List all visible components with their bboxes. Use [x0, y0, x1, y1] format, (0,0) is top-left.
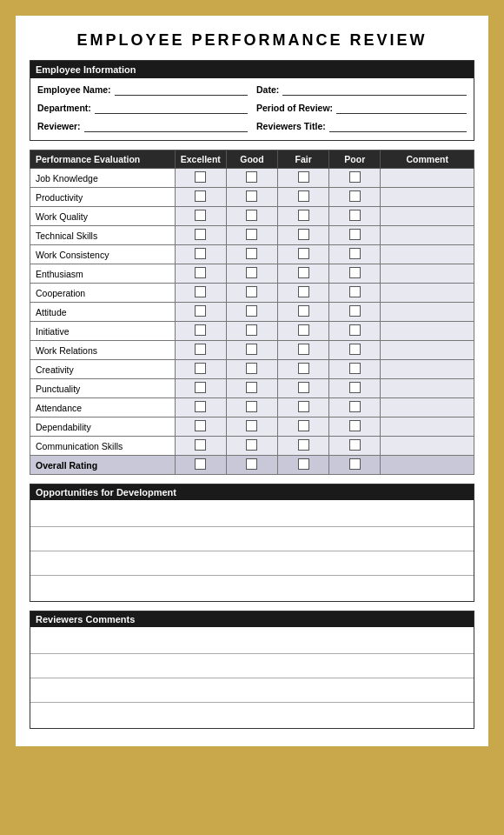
rating-cell-fair[interactable] — [278, 418, 329, 437]
comment-cell[interactable] — [381, 379, 474, 398]
comment-cell[interactable] — [381, 284, 474, 303]
rating-cell-poor[interactable] — [329, 169, 381, 188]
rating-cell-excellent[interactable] — [175, 341, 226, 360]
checkbox-good[interactable] — [246, 210, 257, 221]
checkbox-fair[interactable] — [298, 363, 309, 374]
checkbox-good[interactable] — [246, 248, 257, 259]
rating-cell-fair[interactable] — [278, 360, 329, 379]
rating-cell-poor[interactable] — [329, 418, 381, 437]
rating-cell-poor[interactable] — [329, 398, 381, 418]
checkbox-excellent[interactable] — [195, 420, 206, 431]
rating-cell-poor[interactable] — [329, 341, 381, 360]
checkbox-fair[interactable] — [298, 382, 309, 393]
checkbox-excellent[interactable] — [195, 190, 206, 202]
rating-cell-fair[interactable] — [278, 341, 329, 360]
checkbox-poor[interactable] — [349, 267, 361, 278]
checkbox-poor[interactable] — [349, 363, 361, 374]
comment-cell[interactable] — [381, 188, 474, 207]
checkbox-good[interactable] — [246, 439, 257, 451]
checkbox-fair[interactable] — [298, 190, 309, 202]
rating-cell-good[interactable] — [226, 264, 277, 284]
rating-cell-good[interactable] — [226, 188, 277, 207]
checkbox-excellent[interactable] — [195, 344, 206, 355]
rating-cell-good[interactable] — [226, 437, 277, 456]
checkbox-good[interactable] — [246, 305, 257, 317]
rating-cell-poor[interactable] — [329, 303, 381, 322]
checkbox-fair[interactable] — [298, 248, 309, 259]
checkbox-fair[interactable] — [298, 171, 309, 183]
comment-cell[interactable] — [381, 418, 474, 437]
rating-cell-fair[interactable] — [278, 169, 329, 188]
checkbox-poor[interactable] — [349, 286, 361, 297]
comment-cell[interactable] — [381, 207, 474, 226]
rating-cell-poor[interactable] — [329, 226, 381, 245]
rating-cell-excellent[interactable] — [175, 398, 226, 418]
rating-cell-excellent[interactable] — [175, 303, 226, 322]
rating-cell-good[interactable] — [226, 303, 277, 322]
checkbox-good[interactable] — [246, 190, 257, 202]
rating-cell-good[interactable] — [226, 341, 277, 360]
rating-cell-good[interactable] — [226, 418, 277, 437]
rating-cell-excellent[interactable] — [175, 456, 226, 475]
checkbox-fair[interactable] — [298, 229, 309, 240]
checkbox-excellent[interactable] — [195, 401, 206, 412]
rating-cell-good[interactable] — [226, 207, 277, 226]
rating-cell-good[interactable] — [226, 226, 277, 245]
checkbox-poor[interactable] — [349, 439, 361, 451]
rating-cell-poor[interactable] — [329, 322, 381, 341]
checkbox-excellent[interactable] — [195, 439, 206, 451]
rating-cell-poor[interactable] — [329, 456, 381, 475]
checkbox-good[interactable] — [246, 458, 257, 470]
checkbox-poor[interactable] — [349, 171, 361, 183]
checkbox-excellent[interactable] — [195, 458, 206, 470]
comment-cell[interactable] — [381, 341, 474, 360]
comment-cell[interactable] — [381, 264, 474, 284]
checkbox-excellent[interactable] — [195, 324, 206, 336]
rating-cell-fair[interactable] — [278, 226, 329, 245]
rating-cell-fair[interactable] — [278, 207, 329, 226]
comment-cell[interactable] — [381, 303, 474, 322]
checkbox-poor[interactable] — [349, 382, 361, 393]
checkbox-fair[interactable] — [298, 324, 309, 336]
rating-cell-poor[interactable] — [329, 437, 381, 456]
rating-cell-poor[interactable] — [329, 379, 381, 398]
rating-cell-good[interactable] — [226, 245, 277, 264]
checkbox-good[interactable] — [246, 344, 257, 355]
checkbox-good[interactable] — [246, 286, 257, 297]
checkbox-poor[interactable] — [349, 324, 361, 336]
comment-cell[interactable] — [381, 169, 474, 188]
checkbox-fair[interactable] — [298, 305, 309, 317]
rating-cell-good[interactable] — [226, 398, 277, 418]
checkbox-excellent[interactable] — [195, 171, 206, 183]
checkbox-poor[interactable] — [349, 458, 361, 470]
checkbox-poor[interactable] — [349, 305, 361, 317]
rating-cell-fair[interactable] — [278, 322, 329, 341]
checkbox-good[interactable] — [246, 420, 257, 431]
rating-cell-excellent[interactable] — [175, 379, 226, 398]
rating-cell-excellent[interactable] — [175, 322, 226, 341]
checkbox-fair[interactable] — [298, 458, 309, 470]
rating-cell-excellent[interactable] — [175, 169, 226, 188]
checkbox-poor[interactable] — [349, 401, 361, 412]
checkbox-good[interactable] — [246, 229, 257, 240]
checkbox-fair[interactable] — [298, 401, 309, 412]
comment-cell[interactable] — [381, 456, 474, 475]
checkbox-fair[interactable] — [298, 286, 309, 297]
checkbox-poor[interactable] — [349, 248, 361, 259]
rating-cell-poor[interactable] — [329, 207, 381, 226]
rating-cell-poor[interactable] — [329, 284, 381, 303]
checkbox-good[interactable] — [246, 171, 257, 183]
rating-cell-poor[interactable] — [329, 188, 381, 207]
checkbox-good[interactable] — [246, 363, 257, 374]
comment-cell[interactable] — [381, 398, 474, 418]
rating-cell-excellent[interactable] — [175, 360, 226, 379]
checkbox-excellent[interactable] — [195, 305, 206, 317]
rating-cell-good[interactable] — [226, 322, 277, 341]
rating-cell-excellent[interactable] — [175, 264, 226, 284]
rating-cell-fair[interactable] — [278, 188, 329, 207]
rating-cell-good[interactable] — [226, 379, 277, 398]
comment-cell[interactable] — [381, 360, 474, 379]
rating-cell-good[interactable] — [226, 169, 277, 188]
checkbox-excellent[interactable] — [195, 229, 206, 240]
checkbox-excellent[interactable] — [195, 267, 206, 278]
